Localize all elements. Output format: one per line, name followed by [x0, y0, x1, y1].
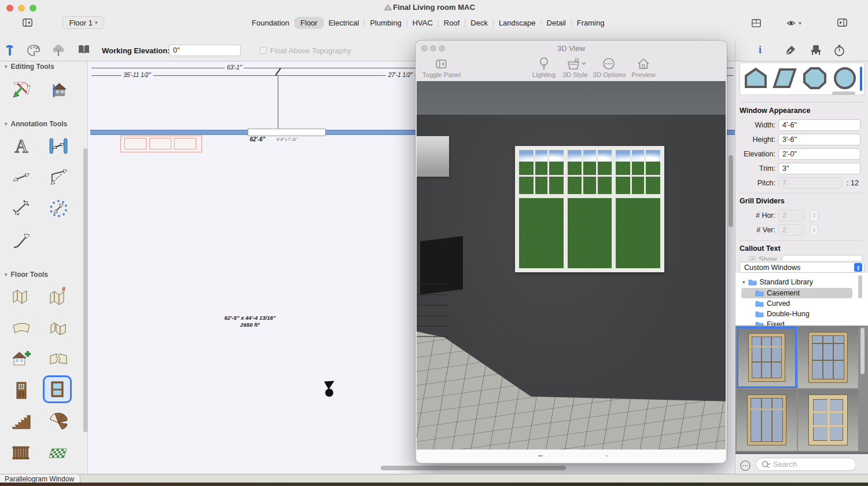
3d-style-icon[interactable]: [567, 57, 586, 71]
width-input[interactable]: 4'-6": [778, 119, 860, 131]
shape-octagon-window[interactable]: [802, 66, 827, 90]
shape-strip-end-indicator: [860, 67, 862, 91]
floor-tools-header[interactable]: ▾Floor Tools: [5, 271, 48, 279]
tool-wall[interactable]: [7, 283, 36, 310]
shape-parallelogram-window[interactable]: [772, 66, 797, 90]
shape-pentagon-window[interactable]: [743, 66, 768, 90]
tab-floor[interactable]: Floor: [295, 17, 323, 29]
info-tab-icon[interactable]: i: [759, 44, 762, 56]
tool-wall-segments[interactable]: [44, 314, 73, 342]
tool-curved-wall[interactable]: [7, 314, 36, 342]
toggle-panel-right-button[interactable]: [836, 16, 848, 29]
tab-foundation[interactable]: Foundation: [247, 17, 295, 29]
landscape-tree-icon[interactable]: [52, 43, 65, 57]
preview-label: Preview: [626, 71, 661, 78]
thumbnail-french-door[interactable]: [798, 389, 858, 451]
tool-add-room[interactable]: [7, 345, 36, 373]
tab-electrical[interactable]: Electrical: [323, 17, 365, 29]
lighting-icon[interactable]: [539, 57, 549, 71]
tree-item-standard-library[interactable]: ▾ Standard Library: [742, 277, 864, 287]
editing-tools-header[interactable]: ▾Editing Tools: [5, 63, 54, 71]
library-book-icon[interactable]: [78, 44, 90, 56]
shape-strip-scrollbar[interactable]: [832, 92, 855, 95]
library-options-button[interactable]: [740, 460, 751, 472]
trim-input[interactable]: 3": [778, 163, 860, 174]
3d-render-viewport[interactable]: [417, 81, 726, 450]
canvas-vertical-scrollbar[interactable]: [729, 155, 733, 227]
toggle-panel-left-button[interactable]: [21, 16, 34, 29]
tool-rug[interactable]: [44, 439, 73, 467]
tool-door[interactable]: [7, 377, 36, 404]
tree-item-fixed[interactable]: Fixed: [755, 319, 859, 326]
3d-options-label: 3D Options: [590, 71, 628, 78]
preview-home-icon[interactable]: [637, 57, 650, 70]
thumbnails-scrollbar[interactable]: [860, 328, 865, 374]
tree-item-curved[interactable]: Curved: [755, 298, 859, 309]
camera-marker[interactable]: [322, 378, 337, 399]
tree-scrollbar[interactable]: [858, 275, 862, 298]
working-elevation-input[interactable]: 0": [169, 45, 241, 56]
library-category-select[interactable]: Custom Windows ▲▼: [740, 262, 865, 273]
3d-options-icon[interactable]: [602, 57, 615, 70]
float-above-topography-checkbox[interactable]: [260, 47, 267, 54]
float-above-topography-label: Float Above Topography: [270, 46, 351, 55]
inspector-tab-bar: i: [735, 41, 868, 61]
tab-plumbing[interactable]: Plumbing: [365, 17, 406, 29]
tool-linear-dimension[interactable]: [7, 163, 36, 191]
tool-wall-numbered[interactable]: #: [44, 283, 73, 310]
wall-window-symbol[interactable]: [248, 129, 326, 136]
2d-view-button[interactable]: [750, 17, 763, 30]
annotation-tools-header[interactable]: ▾Annotation Tools: [5, 120, 67, 128]
materials-palette-icon[interactable]: [27, 44, 41, 57]
disclosure-chevron-icon[interactable]: ▾: [742, 279, 745, 285]
tool-dimension[interactable]: [44, 132, 73, 160]
tool-spiral-stairs[interactable]: [44, 408, 73, 436]
grill-ver-input[interactable]: 2: [778, 224, 804, 236]
library-tree: ▾ Standard Library Casement Curved Doubl…: [735, 273, 868, 326]
tool-straight-stairs[interactable]: [7, 408, 36, 436]
tool-edit-building[interactable]: [44, 76, 73, 104]
height-input[interactable]: 3'-6": [778, 134, 860, 145]
canvas-horizontal-scrollbar[interactable]: [381, 466, 566, 470]
floors-dropdown[interactable]: Floor 1 ▾: [62, 16, 104, 29]
tool-edit-elements[interactable]: [7, 76, 36, 104]
tool-leader-arrow[interactable]: [7, 226, 36, 254]
tree-item-double-hung[interactable]: Double-Hung: [755, 309, 859, 319]
grill-hor-stepper[interactable]: ▲▼: [810, 210, 818, 221]
tool-wall-break[interactable]: [44, 345, 73, 373]
3d-toggle-panel-icon[interactable]: [435, 59, 447, 70]
furniture-tab-icon[interactable]: [810, 44, 822, 57]
tab-landscape[interactable]: Landscape: [494, 17, 541, 29]
3d-view-button[interactable]: ▾: [783, 17, 804, 30]
3d-toggle-panel-label: Toggle Panel: [418, 71, 465, 78]
tab-hvac[interactable]: HVAC: [407, 17, 438, 29]
tab-framing[interactable]: Framing: [572, 17, 610, 29]
tool-window-selected[interactable]: [43, 375, 72, 403]
search-input[interactable]: Search: [756, 458, 856, 471]
timer-tab-icon[interactable]: [833, 44, 845, 57]
tab-roof[interactable]: Roof: [439, 17, 465, 29]
3d-view-window[interactable]: 3D View Toggle Panel Lighting 3D Style 3…: [415, 41, 727, 463]
tab-deck[interactable]: Deck: [465, 17, 493, 29]
library-panel: Custom Windows ▲▼ ▾ Standard Library Cas…: [735, 261, 868, 474]
build-mode-icon[interactable]: [4, 43, 16, 57]
tab-detail[interactable]: Detail: [542, 17, 571, 29]
sidebar-scrollbar[interactable]: [83, 148, 87, 432]
thumbnail-casement-3[interactable]: [737, 389, 797, 451]
lighting-label: Lighting: [527, 71, 561, 78]
tool-text-annotation[interactable]: A: [7, 132, 36, 160]
room-size-label: 62'-5" x 44'-4 13/16" 2650 ft²: [225, 315, 276, 328]
pitch-input[interactable]: 7: [778, 177, 842, 189]
tool-scale-resize[interactable]: [44, 195, 73, 222]
tool-elevation-dimension[interactable]: [44, 163, 73, 191]
elevation-input[interactable]: 2'-0": [778, 148, 860, 160]
tool-fence[interactable]: [7, 439, 36, 467]
thumbnail-casement-1-selected[interactable]: [737, 327, 797, 388]
grill-ver-stepper[interactable]: ▲▼: [810, 225, 818, 236]
grill-hor-input[interactable]: 2: [778, 210, 804, 221]
tool-area-dimension[interactable]: [7, 195, 36, 222]
shape-round-window[interactable]: [832, 66, 858, 90]
tree-item-casement[interactable]: Casement: [741, 288, 852, 298]
type-pen-tab-icon[interactable]: [785, 45, 796, 56]
thumbnail-casement-2[interactable]: [798, 327, 858, 388]
